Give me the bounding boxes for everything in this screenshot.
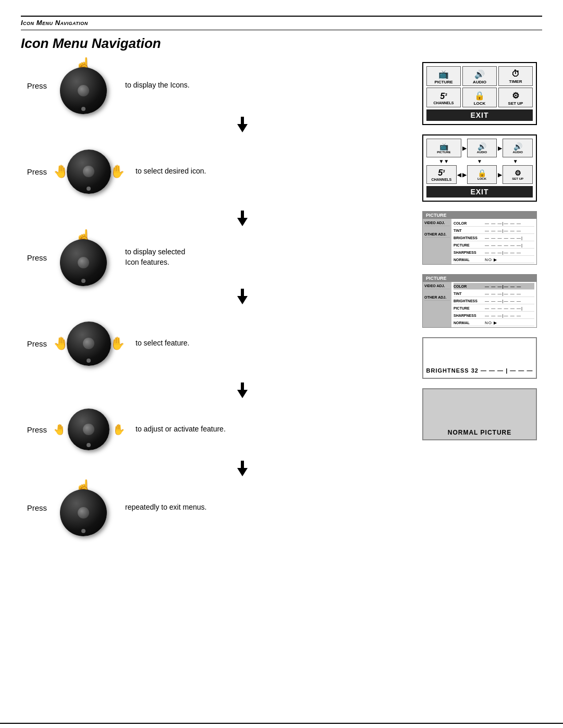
section-header: Icon Menu Navigation [0,17,563,29]
nav-down-2: ▼ [462,158,497,164]
picture-panel-header-1: PICTURE [423,212,536,219]
adj-normal: NORMAL NO ▶ [454,256,534,263]
step-3-row: Press ☝ to display selected Icon feature… [21,229,412,286]
step-arrow-1 [21,114,412,135]
down-arrow-1 [237,124,248,132]
down-arrow-5 [237,468,248,476]
dial-6: ☝ [52,479,115,536]
picture-panel-left-1: VIDEO ADJ. OTHER ADJ. [423,219,451,264]
nav-arrow-left: ◀ [457,172,461,178]
nav-setup: ⚙ SET UP [503,165,533,184]
step-6-desc: repeatedly to exit menus. [115,502,412,513]
adj-color: COLOR — — —|— — — [454,220,534,227]
step-2-desc: to select desired icon. [125,166,412,177]
step-arrow-3 [21,286,412,307]
picture-panel-body-1: VIDEO ADJ. OTHER ADJ. COLOR — — —|— — — … [423,219,536,264]
down-arrow-2 [237,218,248,226]
icon-timer: ⏱ TIMER [498,66,533,86]
normal-picture-box: NORMAL PICTURE [422,388,537,440]
footer: 14 [0,723,563,728]
dial-indicator-3 [81,279,85,283]
icon-grid-1: 📺 PICTURE 🔊 AUDIO ⏱ TIMER 53 CHANNELS [426,66,533,107]
step-1-row: Press ☝ to display the Icons. [21,57,412,114]
nav-arrow-right-2: ▶ [498,145,502,151]
press-label-1: Press [21,81,52,90]
dial-side-group-4: 🤚 🤚 [57,317,120,369]
press-label-6: Press [21,503,52,512]
adj-sharpness-2: SHARPNESS — — —|— — — [454,312,534,319]
step-1-desc: to display the Icons. [115,80,412,91]
dial-knob-3 [60,239,107,286]
nav-setup-wrapper: ▶ ⚙ SET UP [498,165,533,184]
exit-bar-2: EXIT [426,186,533,198]
adj-color-2: COLOR — — —|— — — [454,283,534,290]
dial-indicator-6 [81,529,85,533]
brightness-box: BRIGHTNESS 32 — — — | — — — [422,337,537,379]
step-arrow-2 [21,208,412,229]
nav-audio-2: 🔊 AUDIO [503,139,533,157]
adj-picture-2: PICTURE — — — — — —| [454,305,534,312]
step-3-desc: to display selected Icon features. [115,247,412,267]
nav-grid: 📺 PICTURE ▶ 🔊 AUDIO ▶ 🔊 [426,139,533,184]
step-4-row: Press 🤚 🤚 to select feature. [21,307,412,380]
icon-picture: 📺 PICTURE [426,66,461,86]
nav-lock: 🔒 LOCK [467,165,497,184]
nav-audio-2-wrapper: ▶ 🔊 AUDIO [498,139,533,157]
picture-panel-2: PICTURE VIDEO ADJ. OTHER ADJ. COLOR — — … [422,274,537,328]
adj-normal-2: NORMAL NO ▶ [454,319,534,326]
normal-picture-label: NORMAL PICTURE [448,429,511,436]
header-text: Icon Menu Navigation [21,19,88,27]
right-column: 📺 PICTURE 🔊 AUDIO ⏱ TIMER 53 CHANNELS [422,57,542,536]
step-5-row: Press 🤚 🤚 to adjust or activate feature. [21,401,412,458]
page-title: Icon Menu Navigation [0,30,563,57]
dial-side-group-5: 🤚 🤚 [57,403,120,455]
adj-tint: TINT — — —|— — — [454,227,534,234]
video-adj-label: VIDEO ADJ. [424,220,450,226]
dial-indicator-5 [87,443,91,447]
press-label-5: Press [21,425,52,434]
dial-4: 🤚 🤚 [52,315,125,372]
adj-picture: PICTURE — — — — — —| [454,242,534,249]
hand-right-4: 🤚 [109,336,125,351]
dial-indicator-4 [87,359,91,363]
adj-brightness-2: BRIGHTNESS — — —|— — — [454,298,534,304]
dial-2: 🤚 🤚 [52,143,125,200]
exit-bar-1: EXIT [426,109,533,121]
step-5-desc: to adjust or activate feature. [125,424,412,435]
adj-sharpness: SHARPNESS — — —|— — — [454,249,534,256]
hand-right-2: 🤚 [109,164,125,179]
icon-menu-panel-1: 📺 PICTURE 🔊 AUDIO ⏱ TIMER 53 CHANNELS [422,62,537,125]
dial-knob-6 [60,489,107,536]
picture-panel-left-2: VIDEO ADJ. OTHER ADJ. [423,282,451,327]
picture-panel-right-1: COLOR — — —|— — — TINT — — —|— — — BRIGH… [451,219,536,264]
step-arrow-4 [21,380,412,401]
hand-left-5: 🤚 [53,423,66,436]
step-arrow-5 [21,458,412,479]
nav-picture: 📺 PICTURE [426,139,461,157]
content-area: Press ☝ to display the Icons. [0,57,563,536]
press-label-3: Press [21,253,52,262]
dial-press-group-3: ☝ [60,229,107,286]
press-label-2: Press [21,167,52,176]
dial-3: ☝ [52,229,115,286]
down-arrow-4 [237,390,248,398]
dial-knob-4 [67,322,111,366]
left-column: Press ☝ to display the Icons. [21,57,412,536]
nav-lock-wrapper: ▶ 🔒 LOCK [462,165,497,184]
other-adj-label: OTHER ADJ. [424,226,450,238]
dial-indicator-1 [81,107,85,111]
page: Icon Menu Navigation Icon Menu Navigatio… [0,16,563,728]
step-4-desc: to select feature. [125,338,412,349]
nav-down-arrows: ▼▼ [426,158,461,164]
press-label-4: Press [21,339,52,348]
picture-panel-1: PICTURE VIDEO ADJ. OTHER ADJ. COLOR — — … [422,211,537,265]
video-adj-label-2: VIDEO ADJ. [424,283,450,289]
dial-press-group-6: ☝ [60,479,107,536]
icon-menu-panel-2: 📺 PICTURE ▶ 🔊 AUDIO ▶ 🔊 [422,134,537,202]
icon-setup: ⚙ SET UP [498,88,533,107]
nav-channels: 53 CHANNELS [426,165,457,184]
dial-knob-1 [60,67,107,114]
icon-audio: 🔊 AUDIO [462,66,497,86]
other-adj-label-2: OTHER ADJ. [424,289,450,301]
nav-arrow-right-1: ▶ [462,145,467,151]
